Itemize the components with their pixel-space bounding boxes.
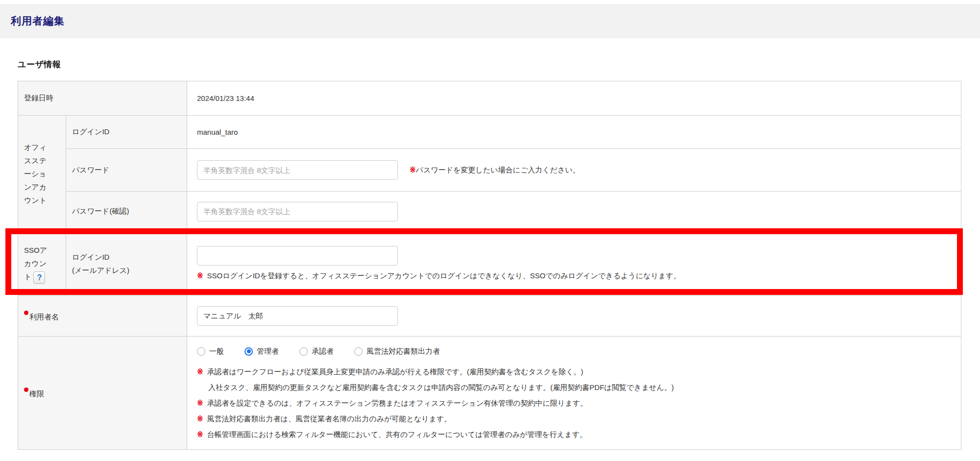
password-note: ※パスワードを変更したい場合にご入力ください。 bbox=[410, 162, 580, 178]
table-row-sso: SSOア カウン ト? ログインID (メールアドレス) ※SSOログインIDを… bbox=[18, 232, 961, 296]
permission-label-cell: 権限 bbox=[18, 337, 187, 450]
login-id-value: manual_taro bbox=[187, 116, 961, 149]
login-id-label: ログインID bbox=[66, 116, 187, 149]
table-row: 登録日時 2024/01/23 13:44 bbox=[18, 81, 961, 116]
registered-at-value: 2024/01/23 13:44 bbox=[187, 81, 961, 116]
help-icon[interactable]: ? bbox=[33, 271, 45, 284]
permission-note: 入社タスク、雇用契約の更新タスクなど雇用契約書を含むタスクは申請内容の閲覧のみ可… bbox=[197, 380, 951, 395]
table-row: 権限 一般 管理者 承認者 風営法対応書類出力者 bbox=[18, 337, 961, 450]
radio-button-icon[interactable] bbox=[245, 347, 253, 356]
user-name-input[interactable] bbox=[197, 306, 398, 326]
table-row: 利用者名 bbox=[18, 296, 961, 337]
sso-note: ※SSOログインIDを登録すると、オフィスステーションアカウントでのログインはで… bbox=[197, 270, 951, 281]
password-input[interactable] bbox=[197, 160, 398, 180]
required-marker-icon bbox=[24, 388, 28, 392]
permission-notes: ※承認者はワークフローおよび従業員身上変更申請のみ承認が行える権限です。(雇用契… bbox=[197, 364, 951, 442]
permission-radio-group: 一般 管理者 承認者 風営法対応書類出力者 bbox=[197, 345, 951, 356]
password-label: パスワード bbox=[66, 149, 187, 192]
sso-login-id-input[interactable] bbox=[197, 246, 398, 266]
permission-note: ※台帳管理画面における検索フィルター機能において、共有のフィルターについては管理… bbox=[197, 427, 951, 442]
permission-note: ※風営法対応書類出力者は、風営従業者名簿の出力のみが可能となります。 bbox=[197, 411, 951, 427]
registered-at-label: 登録日時 bbox=[18, 81, 187, 116]
note-asterisk: ※ bbox=[197, 271, 203, 280]
sso-account-group-label: SSOア カウン ト? bbox=[18, 232, 66, 296]
office-account-group-label: オフィ スステ ーショ ンアカ ウント bbox=[18, 116, 66, 232]
password-confirm-input[interactable] bbox=[197, 202, 398, 221]
radio-button-icon[interactable] bbox=[197, 347, 205, 356]
table-row: オフィ スステ ーショ ンアカ ウント ログインID manual_taro bbox=[18, 116, 961, 149]
radio-admin[interactable]: 管理者 bbox=[245, 347, 279, 356]
radio-general[interactable]: 一般 bbox=[197, 347, 224, 356]
password-confirm-label: パスワード(確認) bbox=[66, 192, 187, 232]
radio-button-icon[interactable] bbox=[354, 347, 363, 356]
radio-button-icon[interactable] bbox=[299, 347, 308, 356]
permission-note: ※承認者を設定できるのは、オフィスステーション労務またはオフィスステーション有休… bbox=[197, 395, 951, 411]
table-row: パスワード(確認) bbox=[18, 192, 961, 232]
page-title: 利用者編集 bbox=[11, 14, 65, 28]
user-name-label-cell: 利用者名 bbox=[18, 296, 187, 337]
radio-approver[interactable]: 承認者 bbox=[299, 347, 334, 356]
permission-note: ※承認者はワークフローおよび従業員身上変更申請のみ承認が行える権限です。(雇用契… bbox=[197, 364, 951, 380]
section-heading-user-info: ユーザ情報 bbox=[18, 59, 980, 70]
note-asterisk: ※ bbox=[410, 166, 416, 174]
required-marker-icon bbox=[24, 311, 28, 315]
table-row: パスワード ※パスワードを変更したい場合にご入力ください。 bbox=[18, 149, 961, 192]
user-info-table: 登録日時 2024/01/23 13:44 オフィ スステ ーショ ンアカ ウン… bbox=[18, 81, 961, 450]
radio-fueiho-output[interactable]: 風営法対応書類出力者 bbox=[354, 347, 440, 356]
page-header: 利用者編集 bbox=[0, 4, 980, 38]
sso-login-id-label: ログインID (メールアドレス) bbox=[66, 232, 187, 296]
